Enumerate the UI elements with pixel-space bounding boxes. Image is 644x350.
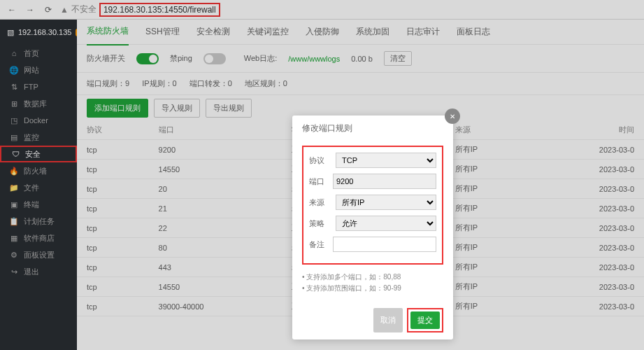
policy-label: 策略 bbox=[309, 218, 330, 229]
modal-title: 修改端口规则 bbox=[292, 115, 453, 141]
submit-button[interactable]: 提交 bbox=[410, 312, 440, 329]
note-input[interactable] bbox=[333, 237, 436, 252]
port-label: 端口 bbox=[309, 176, 327, 187]
src-select[interactable]: 所有IP bbox=[336, 195, 436, 210]
proto-label: 协议 bbox=[309, 155, 330, 166]
modal-tips: • 支持添加多个端口，如：80,88 • 支持添加范围端口，如：90-99 bbox=[292, 269, 453, 301]
note-label: 备注 bbox=[309, 239, 327, 250]
policy-select[interactable]: 允许 bbox=[336, 216, 436, 231]
proto-select[interactable]: TCP bbox=[336, 153, 436, 168]
form-container: 协议TCP 端口 来源所有IP 策略允许 备注 bbox=[302, 146, 443, 265]
port-input[interactable] bbox=[333, 174, 436, 189]
cancel-button[interactable]: 取消 bbox=[373, 308, 403, 332]
close-icon[interactable]: ✕ bbox=[445, 108, 460, 124]
src-label: 来源 bbox=[309, 197, 330, 208]
edit-rule-modal: ✕ 修改端口规则 协议TCP 端口 来源所有IP 策略允许 备注 • 支持添加多… bbox=[292, 115, 453, 340]
